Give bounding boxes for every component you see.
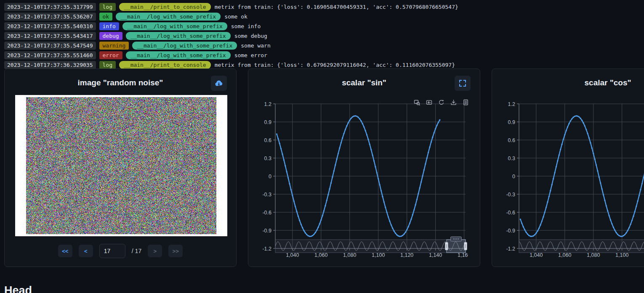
series-point <box>637 201 638 202</box>
series-point <box>298 216 299 217</box>
series-point <box>313 234 314 235</box>
series-point <box>577 116 578 117</box>
log-row: 2023-12-10T17:37:35.540310info__main__/l… <box>4 22 640 30</box>
series-point <box>628 227 630 228</box>
series-point <box>400 235 402 237</box>
cos-chart-canvas[interactable]: 1.20.90.60.30-0.3-0.6-0.9-1.21,0401,0601… <box>499 100 644 260</box>
series-point <box>415 204 416 206</box>
series-point <box>540 224 541 225</box>
series-point <box>413 209 415 211</box>
series-point <box>524 229 525 230</box>
series-point <box>543 216 544 217</box>
cos-chart[interactable]: 1.20.90.60.30-0.3-0.6-0.9-1.21,0401,0601… <box>499 100 644 260</box>
series-point <box>339 147 340 148</box>
series-point <box>283 159 285 161</box>
last-page-button[interactable]: >> <box>168 245 183 257</box>
series-point <box>396 234 397 235</box>
first-page-button[interactable]: << <box>58 245 72 257</box>
log-timestamp: 2023-12-10T17:37:35.551460 <box>4 51 96 59</box>
log-module-badge: __main__/log_with_some_prefix <box>122 22 227 30</box>
series-point <box>601 188 602 190</box>
zoom-reset-icon[interactable] <box>426 99 432 106</box>
x-tick-label: 1,080 <box>587 252 600 258</box>
series-point <box>276 133 277 135</box>
series-point <box>403 233 404 235</box>
x-tick-label: 1,100 <box>615 252 628 258</box>
y-tick-label: 0.6 <box>264 137 271 143</box>
log-level-badge: debug <box>99 32 122 40</box>
series-point <box>406 229 407 230</box>
x-tick-label: 1,120 <box>400 252 413 258</box>
series-point <box>560 149 561 150</box>
series-point <box>531 236 532 237</box>
datazoom-track[interactable] <box>519 240 644 253</box>
series-point <box>423 169 425 171</box>
series-point <box>640 189 641 190</box>
move-handle-dot <box>458 239 458 240</box>
series-point <box>585 129 587 130</box>
section-heading: Head <box>4 284 32 293</box>
series-point <box>378 178 379 179</box>
y-tick-label: 0.3 <box>508 156 515 161</box>
next-page-button[interactable]: > <box>148 245 162 257</box>
series-point <box>528 235 530 236</box>
series-point <box>639 195 640 196</box>
series-point <box>587 133 588 134</box>
log-message: some warn <box>241 42 270 49</box>
series-point <box>333 170 335 172</box>
series-point <box>620 235 621 237</box>
page-number-input[interactable] <box>99 244 125 258</box>
series-point <box>282 153 283 155</box>
series-point <box>338 153 339 154</box>
series-point <box>572 116 574 118</box>
series-point <box>370 149 372 150</box>
series-point <box>306 234 307 235</box>
series-point <box>535 232 537 234</box>
series-point <box>325 205 326 206</box>
series-point <box>308 235 309 236</box>
series-point <box>365 130 366 131</box>
series-point <box>548 196 550 197</box>
log-row: 2023-12-10T17:37:36.329035log__main__/pr… <box>4 61 640 69</box>
datazoom-track[interactable] <box>275 240 466 253</box>
series-point <box>299 220 300 221</box>
save-image-icon[interactable] <box>450 99 457 106</box>
chart-toolbox <box>414 99 469 106</box>
series-point <box>538 227 540 229</box>
series-point <box>551 184 553 185</box>
series-point <box>615 232 617 233</box>
sin-chart[interactable]: 1.20.90.60.30-0.3-0.6-0.9-1.21,0401,0601… <box>255 100 468 260</box>
download-image-button[interactable] <box>211 76 227 91</box>
data-view-icon[interactable] <box>463 99 469 106</box>
series-point <box>631 220 633 221</box>
series-point <box>409 222 410 224</box>
series-point <box>399 236 400 237</box>
series-point <box>603 194 604 195</box>
prev-page-button[interactable]: < <box>79 245 93 257</box>
series-point <box>621 236 623 237</box>
fullscreen-button-sin[interactable] <box>455 76 471 91</box>
series-point <box>402 235 403 236</box>
sin-chart-card: scalar "sin" 1.20.90.60.30-0.3-0.6-0.9-1… <box>248 69 480 267</box>
restore-icon[interactable] <box>438 99 444 106</box>
datazoom-window[interactable] <box>447 240 466 253</box>
dashboard-page: 2023-12-10T17:37:35.317799log__main__/pr… <box>0 0 644 293</box>
series-point <box>618 235 620 236</box>
series-point <box>356 116 357 117</box>
x-tick-label: 1,100 <box>372 252 385 258</box>
image-card: image "random noise" << < / 17 > >> <box>4 69 237 267</box>
series-point <box>323 210 325 211</box>
log-message: some error <box>234 52 267 59</box>
log-level-badge: ok <box>99 13 113 21</box>
series-point <box>373 160 375 161</box>
series-point <box>574 116 575 117</box>
sin-chart-canvas[interactable]: 1.20.90.60.30-0.3-0.6-0.9-1.21,0401,0601… <box>255 100 468 260</box>
series-point <box>410 219 412 220</box>
series-point <box>597 170 598 172</box>
series-point <box>301 224 302 225</box>
series-point <box>327 194 329 195</box>
log-level-badge: log <box>99 61 116 69</box>
zoom-select-icon[interactable] <box>414 99 420 106</box>
series-point <box>571 118 572 119</box>
series-point <box>434 132 435 133</box>
